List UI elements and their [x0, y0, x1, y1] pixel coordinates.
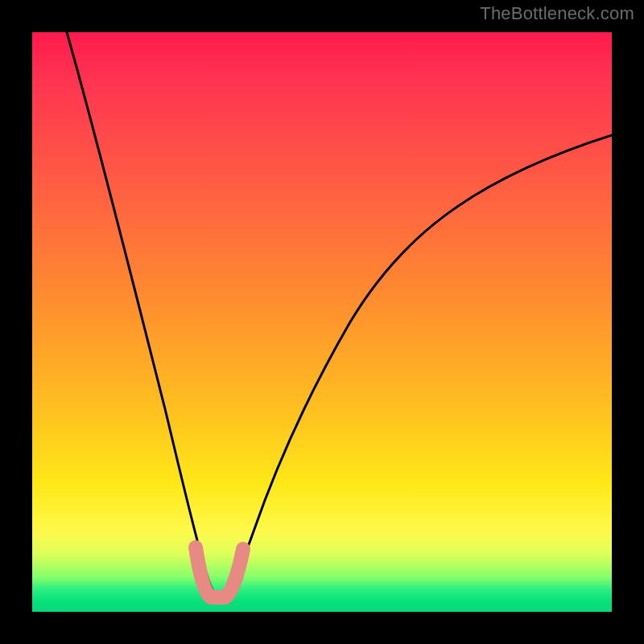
- curve-layer: [32, 32, 612, 612]
- highlight-band: [196, 547, 243, 597]
- watermark-text: TheBottleneck.com: [480, 3, 634, 24]
- bottleneck-curve: [67, 32, 612, 597]
- plot-area: [32, 32, 612, 612]
- chart-container: TheBottleneck.com: [0, 0, 644, 644]
